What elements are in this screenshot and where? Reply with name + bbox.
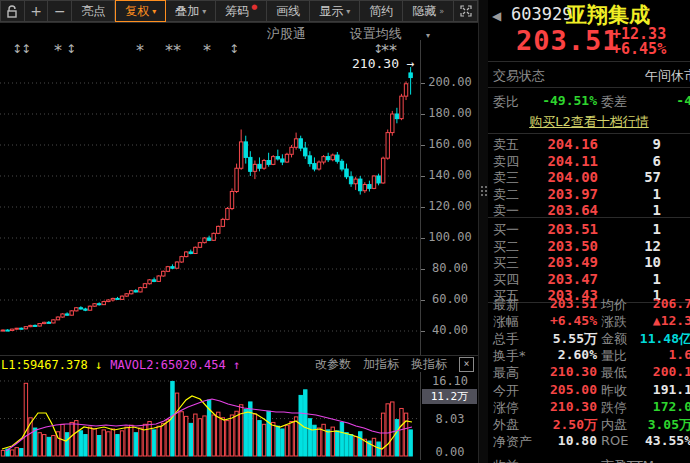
stat-label: 跌停 bbox=[601, 399, 627, 417]
price-tick: 100.00 bbox=[421, 230, 479, 244]
back-arrow-button[interactable]: ◀ bbox=[492, 9, 501, 23]
expand-icon bbox=[460, 5, 472, 17]
volume-current-value-badge: 11.2万 bbox=[422, 389, 477, 404]
adjust-button[interactable]: 复权 ▾ bbox=[115, 0, 166, 22]
stat-value: 191.1 bbox=[626, 382, 690, 397]
stat-value: 210.30 bbox=[536, 364, 597, 379]
price-change-percent: +6.45% bbox=[612, 42, 666, 57]
bid-row-label: 买三 bbox=[493, 254, 519, 272]
fullscreen-button[interactable] bbox=[454, 0, 478, 22]
stat-label: 最高 bbox=[493, 364, 519, 382]
stat-label: 净资产 bbox=[493, 433, 532, 451]
display-button[interactable]: 显示 ▾ bbox=[310, 0, 360, 22]
chips-button[interactable]: 筹码 ● bbox=[216, 0, 267, 22]
stat-label: 量比 bbox=[601, 347, 627, 365]
overlay-button[interactable]: 叠加 ▾ bbox=[166, 0, 216, 22]
stat-value: ▲12.3 bbox=[626, 313, 690, 328]
stat-label: 涨跌 bbox=[601, 313, 627, 331]
weibi-value: -49.51% bbox=[536, 93, 597, 108]
zoom-in-button[interactable]: + bbox=[25, 0, 49, 22]
stat-value: 1.6 bbox=[626, 347, 690, 362]
volume-tick: 16.10 bbox=[421, 374, 479, 388]
bid-row-price: 203.47 bbox=[528, 271, 598, 287]
bid-row-price: 203.50 bbox=[528, 238, 598, 254]
price-tick: 60.00 bbox=[421, 292, 479, 306]
ma-settings-button[interactable]: 设置均线 ▾ bbox=[330, 26, 430, 41]
chevron-down-icon: ▾ bbox=[346, 7, 350, 16]
trading-app-window: { "colors": {"r":"#f54545","g":"#2ed52e"… bbox=[0, 0, 690, 463]
stat-label: 涨停 bbox=[493, 399, 519, 417]
stat-label: 总手 bbox=[493, 330, 519, 348]
ask-row-label: 卖三 bbox=[493, 169, 519, 187]
hgt-connect-label[interactable]: 沪股通 bbox=[267, 26, 306, 41]
stat-label: 收益 bbox=[493, 457, 519, 463]
stat-value: 172.0 bbox=[626, 399, 690, 414]
add-indicator-button[interactable]: 加指标 bbox=[363, 356, 399, 373]
volume-chart[interactable] bbox=[0, 372, 420, 460]
hide-label: 隐藏 bbox=[412, 3, 436, 20]
bid-row-qty: 12 bbox=[598, 238, 661, 254]
price-tick: 160.00 bbox=[421, 137, 479, 151]
weicha-label: 委差 bbox=[601, 93, 627, 111]
ask-row-label: 卖二 bbox=[493, 186, 519, 204]
double-chevron-right-icon: » bbox=[439, 7, 444, 16]
trade-status-label: 交易状态 bbox=[493, 67, 545, 85]
display-label: 显示 bbox=[319, 3, 343, 20]
price-tick: 200.00 bbox=[421, 75, 479, 89]
candlestick-chart[interactable] bbox=[0, 40, 420, 356]
ask-row-label: 卖四 bbox=[493, 153, 519, 171]
mavol1-legend: L1:59467.378 ↓ bbox=[1, 358, 102, 372]
stat-label: 金额 bbox=[601, 330, 627, 348]
stat-label: 外盘 bbox=[493, 416, 519, 434]
ask-row-price: 204.00 bbox=[528, 169, 598, 185]
draw-line-button[interactable]: 画线 bbox=[267, 0, 310, 22]
ask-row-qty: 1 bbox=[598, 186, 661, 202]
hide-button[interactable]: 隐藏 » bbox=[403, 0, 454, 22]
splitter-grip-icon bbox=[481, 186, 483, 188]
bid-row-price: 203.51 bbox=[528, 221, 598, 237]
ask-row-price: 203.97 bbox=[528, 186, 598, 202]
right-arrow-icon: → bbox=[407, 56, 415, 71]
l2-upsell-link[interactable]: 购买L2查看十档行情 bbox=[488, 113, 690, 131]
chevron-down-icon: ▾ bbox=[202, 7, 206, 16]
stat-label: 内盘 bbox=[601, 416, 627, 434]
stat-value: 43.55% bbox=[626, 433, 690, 448]
stat-value: 11.48亿 bbox=[626, 330, 690, 348]
volume-tick: 0.00 bbox=[421, 445, 479, 459]
close-indicator-button[interactable]: × bbox=[459, 357, 474, 372]
price-tick: 80.00 bbox=[421, 261, 479, 275]
ask-row-qty: 57 bbox=[598, 169, 661, 185]
ask-row-qty: 1 bbox=[598, 202, 661, 218]
volume-indicator-header: L1:59467.378 ↓ MAVOL2:65020.454 ↑ 改参数 加指… bbox=[0, 355, 478, 373]
stat-label: 最新 bbox=[493, 296, 519, 314]
price-tick: 120.00 bbox=[421, 199, 479, 213]
highlight-button[interactable]: 亮点 bbox=[72, 0, 115, 22]
lock-button[interactable] bbox=[0, 0, 25, 22]
ma-settings-label: 设置均线 bbox=[350, 26, 402, 41]
stat-value: 5.55万 bbox=[536, 330, 597, 348]
bid-row-qty: 10 bbox=[598, 254, 661, 270]
price-tick: 180.00 bbox=[421, 106, 479, 120]
switch-indicator-button[interactable]: 换指标 bbox=[411, 356, 447, 373]
trade-status-value: 午间休市 bbox=[608, 67, 690, 85]
stat-value: +6.45% bbox=[536, 313, 597, 328]
simple-mode-button[interactable]: 简约 bbox=[360, 0, 403, 22]
stat-value: 210.30 bbox=[536, 399, 597, 414]
stat-value: 203.51 bbox=[536, 296, 597, 311]
zoom-out-button[interactable]: − bbox=[48, 0, 72, 22]
last-price: 203.51 bbox=[516, 25, 620, 56]
mavol2-legend: MAVOL2:65020.454 ↑ bbox=[110, 358, 240, 372]
ask-row-price: 204.16 bbox=[528, 136, 598, 152]
stock-code: 603929 bbox=[511, 4, 572, 24]
weicha-value: -4 bbox=[626, 93, 690, 108]
stat-label: 最低 bbox=[601, 364, 627, 382]
price-axis: 200.00180.00160.00140.00120.00100.0080.0… bbox=[420, 40, 479, 356]
unlock-icon bbox=[7, 5, 18, 18]
stat-value: 206.7 bbox=[626, 296, 690, 311]
chevron-down-icon: ▾ bbox=[426, 31, 430, 40]
ask-row-qty: 6 bbox=[598, 153, 661, 169]
volume-axis: 16.10 11.2万 8.03 0.00 bbox=[420, 372, 479, 460]
change-params-button[interactable]: 改参数 bbox=[315, 356, 351, 373]
stat-value: 10.80 bbox=[536, 433, 597, 448]
red-dot-badge-icon: ● bbox=[251, 3, 257, 11]
